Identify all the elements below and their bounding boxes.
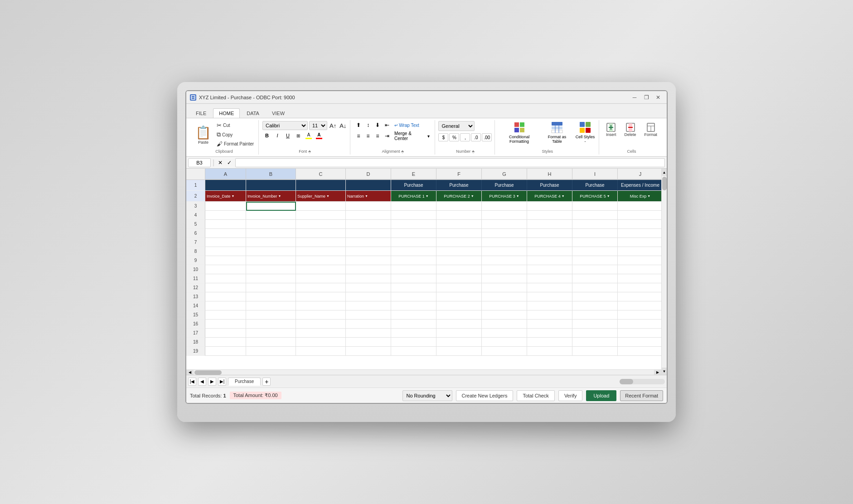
- cell-B2[interactable]: Invoice_Number▼: [246, 191, 296, 202]
- merge-center-button[interactable]: Merge & Center ▾: [392, 130, 432, 142]
- row-num-2[interactable]: 2: [186, 191, 205, 202]
- cell-A2[interactable]: Invoice_Date▼: [205, 191, 246, 202]
- border-button[interactable]: ⊞: [294, 131, 303, 140]
- total-check-button[interactable]: Total Check: [517, 390, 554, 401]
- number-format-select[interactable]: General: [438, 121, 475, 131]
- sheet-nav-last-button[interactable]: ▶|: [218, 378, 226, 386]
- col-header-I[interactable]: I: [572, 169, 618, 179]
- percent-button[interactable]: %: [449, 133, 459, 141]
- fill-color-button[interactable]: A: [304, 131, 313, 140]
- insert-button[interactable]: Insert: [603, 121, 620, 138]
- bold-button[interactable]: B: [262, 131, 271, 140]
- formula-cancel-button[interactable]: ✕: [216, 159, 224, 167]
- format-button[interactable]: Format: [641, 121, 661, 138]
- decrease-font-button[interactable]: A↓: [339, 122, 347, 129]
- col-header-C[interactable]: C: [296, 169, 346, 179]
- sheet-nav-next-button[interactable]: ▶: [208, 378, 216, 386]
- row-num-3[interactable]: 3: [186, 202, 205, 211]
- v-scroll-track[interactable]: [662, 176, 667, 368]
- recent-format-button[interactable]: Recent Format: [620, 390, 663, 401]
- cell-E3[interactable]: [391, 202, 436, 211]
- cell-J3[interactable]: [618, 202, 661, 211]
- paste-button[interactable]: 📋 Paste: [193, 121, 214, 148]
- cell-C2[interactable]: Supplier_Name▼: [296, 191, 346, 202]
- row-num-10[interactable]: 10: [186, 265, 205, 274]
- cell-G1[interactable]: Purchase: [482, 180, 527, 191]
- tab-home[interactable]: HOME: [213, 108, 240, 118]
- decrease-decimal-button[interactable]: .0: [471, 133, 481, 141]
- cell-E1[interactable]: Purchase: [391, 180, 436, 191]
- formula-input[interactable]: [235, 158, 665, 167]
- cell-H1[interactable]: Purchase: [527, 180, 572, 191]
- vertical-scrollbar[interactable]: ▲ ▼: [661, 169, 667, 375]
- row-num-13[interactable]: 13: [186, 292, 205, 301]
- cell-G3[interactable]: [482, 202, 527, 211]
- create-new-ledgers-button[interactable]: Create New Ledgers: [456, 390, 514, 401]
- col-header-J[interactable]: J: [618, 169, 661, 179]
- cell-F1[interactable]: Purchase: [436, 180, 482, 191]
- scroll-down-button[interactable]: ▼: [662, 368, 667, 375]
- cell-D2[interactable]: Narration▼: [346, 191, 391, 202]
- col-header-A[interactable]: A: [205, 169, 246, 179]
- middle-align-button[interactable]: ↕: [363, 121, 373, 129]
- col-header-E[interactable]: E: [391, 169, 436, 179]
- tab-file[interactable]: FILE: [190, 108, 212, 118]
- cell-F2[interactable]: PURCHASE 2▼: [436, 191, 482, 202]
- horizontal-scrollbar[interactable]: ◀ ▶: [186, 369, 661, 375]
- row-num-17[interactable]: 17: [186, 329, 205, 338]
- sheet-tab-purchase[interactable]: Purchase: [228, 378, 261, 386]
- cell-H2[interactable]: PURCHASE 4▼: [527, 191, 572, 202]
- top-align-button[interactable]: ⬆: [354, 121, 363, 129]
- cell-J2[interactable]: Misc Exp▼: [618, 191, 661, 202]
- row-num-5[interactable]: 5: [186, 220, 205, 229]
- increase-decimal-button[interactable]: .00: [482, 133, 492, 141]
- h-scroll-thumb[interactable]: [194, 370, 222, 375]
- row-num-6[interactable]: 6: [186, 229, 205, 238]
- cell-I2[interactable]: PURCHASE 5▼: [572, 191, 618, 202]
- underline-button[interactable]: U: [283, 131, 292, 140]
- row-num-8[interactable]: 8: [186, 247, 205, 256]
- cell-F3[interactable]: [436, 202, 482, 211]
- col-header-F[interactable]: F: [436, 169, 482, 179]
- row-num-9[interactable]: 9: [186, 256, 205, 265]
- cut-button[interactable]: ✂ Cut: [215, 121, 256, 130]
- cell-A1[interactable]: [205, 180, 246, 191]
- row-num-18[interactable]: 18: [186, 338, 205, 347]
- close-button[interactable]: ✕: [653, 93, 663, 102]
- formula-confirm-button[interactable]: ✓: [225, 159, 233, 167]
- row-num-14[interactable]: 14: [186, 301, 205, 310]
- add-sheet-button[interactable]: +: [262, 378, 271, 386]
- increase-font-button[interactable]: A↑: [329, 122, 337, 129]
- grid-scroll-area[interactable]: 1 2 3 4 5 6 7 8 9 10 11 12 13: [186, 180, 661, 369]
- h-scroll-track[interactable]: [194, 370, 654, 375]
- col-header-B[interactable]: B: [246, 169, 296, 179]
- verify-button[interactable]: Verify: [558, 390, 583, 401]
- col-header-D[interactable]: D: [346, 169, 391, 179]
- cell-reference-input[interactable]: [188, 158, 211, 167]
- upload-button[interactable]: Upload: [586, 390, 616, 401]
- format-painter-button[interactable]: 🖌 Format Painter: [215, 140, 256, 148]
- indent-decrease-button[interactable]: ⇤: [383, 121, 392, 129]
- rounding-select[interactable]: No Rounding Round to 0 Round to 1 Round …: [402, 390, 452, 401]
- format-as-table-button[interactable]: Format as Table: [543, 121, 572, 144]
- font-color-button[interactable]: A: [315, 131, 324, 140]
- copy-button[interactable]: ⧉ Copy: [215, 130, 256, 139]
- v-scroll-thumb[interactable]: [662, 177, 667, 190]
- cell-H3[interactable]: [527, 202, 572, 211]
- scroll-left-button[interactable]: ◀: [186, 370, 194, 375]
- cell-A3[interactable]: [205, 202, 246, 211]
- col-header-G[interactable]: G: [482, 169, 527, 179]
- cell-G2[interactable]: PURCHASE 3▼: [482, 191, 527, 202]
- row-num-15[interactable]: 15: [186, 310, 205, 320]
- font-size-select[interactable]: 11: [309, 121, 327, 130]
- sheet-scroll-thumb[interactable]: [620, 379, 633, 384]
- conditional-formatting-button[interactable]: Conditional Formatting: [499, 121, 539, 144]
- cell-C1[interactable]: [296, 180, 346, 191]
- row-num-19[interactable]: 19: [186, 347, 205, 356]
- scroll-right-button[interactable]: ▶: [654, 370, 661, 375]
- left-align-button[interactable]: ≡: [354, 132, 363, 140]
- cell-C3[interactable]: [296, 202, 346, 211]
- cell-D3[interactable]: [346, 202, 391, 211]
- italic-button[interactable]: I: [273, 131, 282, 140]
- cell-E2[interactable]: PURCHASE 1▼: [391, 191, 436, 202]
